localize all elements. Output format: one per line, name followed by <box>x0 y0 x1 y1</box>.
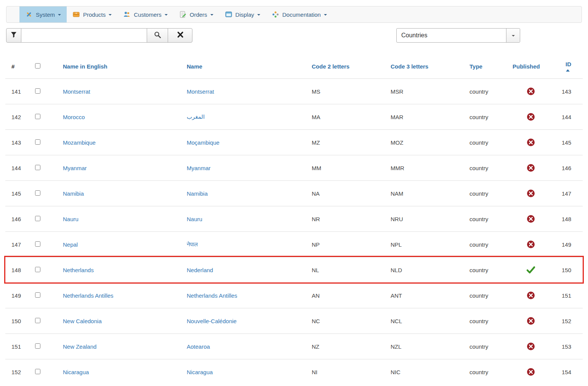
header-checkbox-cell <box>35 63 63 70</box>
clear-search-button[interactable] <box>168 28 192 43</box>
country-name-english-link[interactable]: Nepal <box>63 241 78 248</box>
header-published[interactable]: Published <box>513 63 549 70</box>
code-2-letters-value: NA <box>312 190 391 197</box>
country-native-name-link[interactable]: Netherlands Antilles <box>187 292 237 299</box>
country-name-english-link[interactable]: Mozambique <box>63 139 96 146</box>
country-name-english-link[interactable]: Montserrat <box>63 88 90 95</box>
unpublished-x-icon[interactable] <box>527 240 535 249</box>
country-native-name-link[interactable]: Namibia <box>187 190 208 197</box>
nav-orders[interactable]: Orders <box>173 6 219 22</box>
table-row: 149 Netherlands Antilles Netherlands Ant… <box>5 282 583 308</box>
country-native-name-link[interactable]: Nouvelle-Calédonie <box>187 318 237 324</box>
row-checkbox[interactable] <box>35 241 40 247</box>
row-checkbox[interactable] <box>35 88 40 94</box>
row-checkbox[interactable] <box>35 267 40 272</box>
unpublished-x-icon[interactable] <box>527 291 535 300</box>
row-number: 145 <box>11 190 35 197</box>
type-value: country <box>469 343 513 350</box>
row-checkbox[interactable] <box>35 165 40 170</box>
chevron-down-icon <box>109 14 112 16</box>
code-2-letters-value: NI <box>312 369 391 375</box>
header-code-2-letters[interactable]: Code 2 letters <box>312 63 391 70</box>
row-checkbox[interactable] <box>35 343 40 349</box>
row-number: 146 <box>11 216 35 222</box>
row-checkbox[interactable] <box>35 139 40 145</box>
row-number: 150 <box>11 318 35 324</box>
unpublished-x-icon[interactable] <box>527 164 535 172</box>
unpublished-x-icon[interactable] <box>527 138 535 147</box>
country-native-name-link[interactable]: Nederland <box>187 267 213 273</box>
country-native-name-link[interactable]: Nicaragua <box>187 369 213 375</box>
country-name-english-link[interactable]: Namibia <box>63 190 84 197</box>
country-name-english-link[interactable]: Nauru <box>63 216 79 222</box>
nav-customers[interactable]: Customers <box>117 6 173 22</box>
unpublished-x-icon[interactable] <box>527 368 535 376</box>
unpublished-x-icon[interactable] <box>527 317 535 325</box>
country-native-name-link[interactable]: Aotearoa <box>187 343 210 350</box>
country-native-name-link[interactable]: المغرب <box>187 113 205 120</box>
row-number: 142 <box>11 114 35 120</box>
row-checkbox[interactable] <box>35 114 40 119</box>
row-id-value: 153 <box>549 343 573 350</box>
filter-button[interactable] <box>6 28 21 43</box>
search-button[interactable] <box>147 28 168 43</box>
country-name-english-link[interactable]: Morocco <box>63 114 85 120</box>
search-input[interactable] <box>21 28 147 43</box>
country-name-english-link[interactable]: Netherlands Antilles <box>63 292 114 299</box>
country-name-english-link[interactable]: New Caledonia <box>63 318 102 324</box>
nav-display[interactable]: Display <box>219 6 266 22</box>
nav-orders-label: Orders <box>190 11 207 18</box>
country-native-name-link[interactable]: नेपाल <box>187 241 198 247</box>
category-dropdown-button[interactable] <box>506 29 520 42</box>
order-pencil-icon <box>179 11 187 18</box>
published-check-icon[interactable] <box>526 266 536 274</box>
row-checkbox[interactable] <box>35 216 40 221</box>
code-3-letters-value: MOZ <box>391 139 469 146</box>
unpublished-x-icon[interactable] <box>527 215 535 223</box>
chevron-down-icon <box>210 14 213 16</box>
row-checkbox[interactable] <box>35 318 40 323</box>
header-name-in-english[interactable]: Name in English <box>63 63 187 70</box>
country-native-name-link[interactable]: Montserrat <box>187 88 214 95</box>
type-value: country <box>469 292 513 299</box>
nav-system[interactable]: System <box>19 6 67 22</box>
code-3-letters-value: NRU <box>391 216 469 222</box>
country-native-name-link[interactable]: Myanmar <box>187 165 211 171</box>
table-row: 148 Netherlands Nederland NL NLD country… <box>5 257 583 282</box>
chevron-down-icon <box>512 35 515 37</box>
unpublished-x-icon[interactable] <box>527 342 535 351</box>
row-id-value: 150 <box>549 267 573 273</box>
country-name-english-link[interactable]: Netherlands <box>63 267 94 273</box>
country-name-english-link[interactable]: Nicaragua <box>63 369 89 375</box>
header-id[interactable]: ID <box>549 61 573 72</box>
unpublished-x-icon[interactable] <box>527 87 535 96</box>
select-all-checkbox[interactable] <box>35 63 40 69</box>
row-checkbox[interactable] <box>35 190 40 196</box>
row-id-value: 145 <box>549 139 573 146</box>
chevron-down-icon <box>58 14 61 16</box>
country-native-name-link[interactable]: Nauru <box>187 216 202 222</box>
row-checkbox-cell <box>35 267 63 273</box>
nav-display-label: Display <box>236 11 254 18</box>
country-name-english-link[interactable]: Myanmar <box>63 165 87 171</box>
chevron-down-icon <box>324 14 327 16</box>
type-value: country <box>469 165 513 171</box>
row-checkbox[interactable] <box>35 369 40 374</box>
nav-products[interactable]: Products <box>67 6 117 22</box>
row-id-value: 146 <box>549 165 573 171</box>
row-checkbox-cell <box>35 318 63 324</box>
code-3-letters-value: NLD <box>391 267 469 273</box>
unpublished-x-icon[interactable] <box>527 113 535 121</box>
row-checkbox[interactable] <box>35 292 40 298</box>
nav-documentation[interactable]: Documentation <box>266 6 333 22</box>
code-2-letters-value: MA <box>312 114 391 120</box>
header-code-3-letters[interactable]: Code 3 letters <box>391 63 469 70</box>
code-2-letters-value: NP <box>312 241 391 248</box>
header-name[interactable]: Name <box>187 63 312 70</box>
country-native-name-link[interactable]: Moçambique <box>187 139 219 146</box>
category-dropdown[interactable]: Countries <box>396 28 520 43</box>
unpublished-x-icon[interactable] <box>527 189 535 198</box>
country-name-english-link[interactable]: New Zealand <box>63 343 96 350</box>
category-dropdown-value: Countries <box>397 29 506 42</box>
header-type[interactable]: Type <box>469 63 513 70</box>
